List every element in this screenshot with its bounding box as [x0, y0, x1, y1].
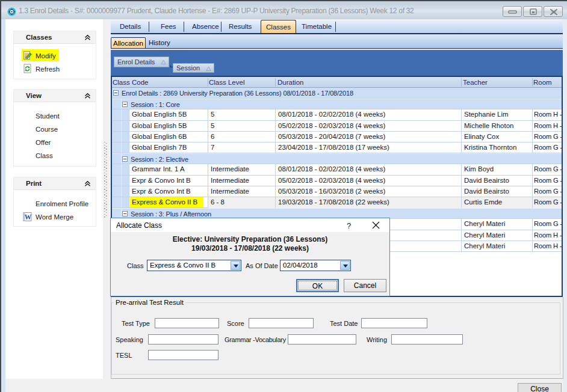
svg-text:W: W: [25, 213, 32, 221]
